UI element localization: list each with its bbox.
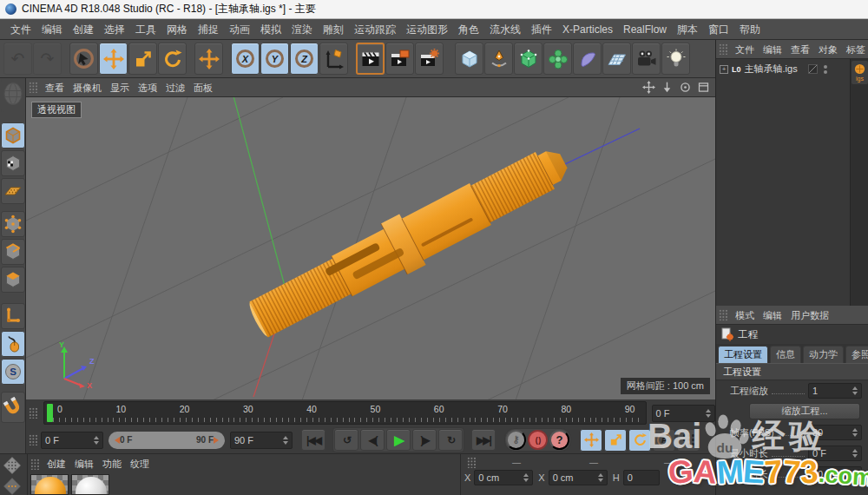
viewport-menu-item-2[interactable]: 显示: [106, 78, 134, 97]
add-subdivision-surface-button[interactable]: [514, 43, 542, 75]
zoom-view-icon[interactable]: [660, 81, 674, 95]
previous-key-button[interactable]: ↺: [334, 429, 358, 451]
scale-tool-button[interactable]: [128, 43, 157, 75]
menu-item-8[interactable]: 模拟: [255, 19, 286, 40]
workplane-button[interactable]: [1, 303, 25, 329]
attribute-menu-item-1[interactable]: 编辑: [759, 306, 786, 325]
add-deformer-button[interactable]: [573, 43, 602, 75]
object-manager[interactable]: + L0 主轴承轴.igs igs: [716, 59, 868, 306]
coordinate-system-button[interactable]: [319, 43, 348, 75]
viewport-menu-item-3[interactable]: 选项: [134, 78, 161, 97]
render-region-button[interactable]: [385, 43, 414, 75]
material-menu-item-2[interactable]: 功能: [98, 454, 126, 473]
add-cube-button[interactable]: [455, 43, 483, 75]
edges-mode-button[interactable]: [1, 239, 25, 265]
rotate-view-icon[interactable]: [678, 81, 693, 95]
tab-project-settings[interactable]: 工程设置: [718, 346, 768, 363]
menu-item-3[interactable]: 选择: [99, 19, 130, 40]
viewport[interactable]: 透视视图 网格间距 : 100 cm Y Z X: [26, 97, 715, 399]
max-time-spinner[interactable]: [849, 470, 858, 478]
rotation-h-field[interactable]: 0: [623, 470, 660, 485]
tab-info[interactable]: 信息: [770, 346, 801, 363]
toggle-view-icon[interactable]: [696, 81, 711, 95]
undo-button[interactable]: ↶: [3, 43, 32, 75]
object-manager-menu-item-4[interactable]: 标签: [842, 40, 868, 59]
next-frame-button[interactable]: )▶: [412, 429, 437, 451]
visibility-dots-icon[interactable]: [824, 65, 827, 74]
magnet-tool-button[interactable]: [1, 392, 25, 423]
render-view-button[interactable]: [356, 43, 385, 75]
object-manager-menu-item-3[interactable]: 对象: [814, 40, 842, 59]
rotate-tool-button[interactable]: [158, 43, 187, 75]
material-manager-tab-icon[interactable]: [1, 455, 23, 476]
menu-item-10[interactable]: 雕刻: [318, 19, 349, 40]
add-camera-button[interactable]: [632, 43, 661, 75]
menu-item-19[interactable]: 窗口: [703, 19, 734, 40]
menu-item-15[interactable]: 插件: [526, 19, 557, 40]
material-menu-item-1[interactable]: 编辑: [70, 454, 98, 473]
scene-file-tab[interactable]: igs: [852, 61, 868, 84]
tab-referencing[interactable]: 参照: [845, 346, 868, 363]
rotation-key-toggle[interactable]: [628, 429, 651, 452]
goto-start-button[interactable]: |◀◀: [301, 429, 326, 451]
menu-item-4[interactable]: 工具: [130, 19, 161, 40]
material-menu-item-3[interactable]: 纹理: [126, 454, 154, 473]
view-label[interactable]: 透视视图: [31, 102, 82, 118]
texture-tag-icon[interactable]: [808, 64, 818, 74]
position-x-spinner[interactable]: [520, 473, 529, 482]
texture-mode-button[interactable]: [1, 150, 25, 176]
move-tool-button[interactable]: [99, 43, 128, 75]
fps-spinner[interactable]: [849, 428, 858, 437]
scale-key-toggle[interactable]: [604, 429, 627, 452]
menu-item-9[interactable]: 渲染: [286, 19, 318, 40]
menu-item-2[interactable]: 创建: [68, 19, 99, 40]
keyframe-help-button[interactable]: ?: [549, 430, 569, 450]
coordinates-handle[interactable]: [467, 457, 477, 468]
viewport-menu-item-0[interactable]: 查看: [41, 78, 69, 97]
material-menu-item-0[interactable]: 创建: [43, 454, 70, 473]
live-selection-button[interactable]: [69, 43, 98, 75]
menu-item-1[interactable]: 编辑: [36, 19, 68, 40]
object-manager-menu-item-1[interactable]: 编辑: [759, 40, 786, 59]
object-name[interactable]: 主轴承轴.igs: [745, 63, 798, 76]
lock-z-axis-button[interactable]: Z: [290, 43, 319, 75]
viewport-solo-button[interactable]: [1, 331, 25, 357]
viewport-menu-handle[interactable]: [29, 82, 38, 93]
lock-y-axis-button[interactable]: Y: [260, 43, 289, 75]
snap-button[interactable]: S: [1, 359, 25, 385]
attribute-manager-handle[interactable]: [719, 309, 728, 320]
project-scale-spinner[interactable]: [849, 386, 858, 395]
project-settings-section-header[interactable]: 工程设置: [716, 363, 868, 380]
goto-end-button[interactable]: ▶▶|: [471, 429, 496, 451]
position-column-header[interactable]: —: [479, 458, 554, 467]
size-x-field[interactable]: 0 cm: [549, 470, 608, 485]
range-end-spinner[interactable]: [279, 436, 288, 445]
attribute-menu-item-0[interactable]: 模式: [731, 306, 759, 325]
tab-dynamics[interactable]: 动力学: [803, 346, 844, 363]
menu-item-16[interactable]: X-Particles: [557, 19, 618, 40]
parameter-key-toggle[interactable]: P: [653, 429, 675, 452]
pla-key-toggle[interactable]: [677, 429, 700, 452]
project-scale-field[interactable]: 1: [808, 383, 862, 399]
viewport-menu-item-4[interactable]: 过滤: [161, 78, 189, 97]
frame-range-slider[interactable]: 0 F 90 F: [108, 432, 225, 449]
frame-spinner[interactable]: [702, 409, 711, 418]
viewport-menu-item-1[interactable]: 摄像机: [69, 78, 106, 97]
position-x-field[interactable]: 0 cm: [474, 470, 533, 485]
transport-handle[interactable]: [29, 434, 38, 446]
record-key-button[interactable]: ⚷: [506, 430, 526, 450]
object-manager-menu-item-2[interactable]: 查看: [786, 40, 814, 59]
previous-frame-button[interactable]: ◀(: [360, 429, 385, 451]
redo-button[interactable]: ↷: [33, 43, 62, 75]
next-key-button[interactable]: ↻: [438, 429, 463, 451]
add-floor-button[interactable]: [602, 43, 631, 75]
position-key-toggle[interactable]: [580, 429, 602, 452]
timeline-playhead[interactable]: [47, 404, 53, 422]
menu-item-7[interactable]: 动画: [224, 19, 255, 40]
scale-project-button[interactable]: 缩放工程...: [749, 403, 860, 419]
attribute-menu-item-2[interactable]: 用户数据: [786, 306, 833, 325]
add-array-generator-button[interactable]: [543, 43, 572, 75]
object-row[interactable]: + L0 主轴承轴.igs: [720, 63, 827, 76]
menu-item-14[interactable]: 流水线: [484, 19, 526, 40]
viewport-menu-item-5[interactable]: 面板: [189, 78, 217, 97]
